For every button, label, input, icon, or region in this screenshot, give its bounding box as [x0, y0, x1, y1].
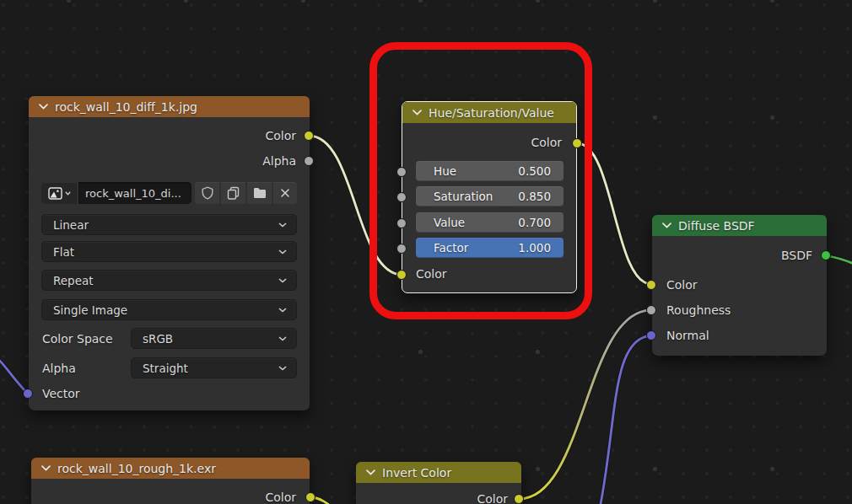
- node-header[interactable]: Hue/Saturation/Value: [402, 102, 576, 123]
- node-header[interactable]: Invert Color: [356, 462, 521, 483]
- node-header[interactable]: rock_wall_10_rough_1k.exr: [31, 458, 310, 479]
- node-diffuse-bsdf[interactable]: Diffuse BSDF BSDF Color Roughness Normal: [652, 215, 827, 356]
- chevron-down-icon: [278, 308, 287, 313]
- socket-hsv-saturation-input[interactable]: [396, 192, 407, 202]
- node-invert-color[interactable]: Invert Color Color: [356, 462, 521, 504]
- collapse-chevron-icon[interactable]: [413, 110, 422, 115]
- chevron-down-icon: [65, 191, 71, 196]
- socket-diffuse-color-input[interactable]: [646, 280, 656, 290]
- open-image-button[interactable]: [247, 182, 272, 204]
- node-title: Diffuse BSDF: [678, 219, 755, 233]
- socket-hsv-value-input[interactable]: [396, 218, 407, 228]
- collapse-chevron-icon[interactable]: [41, 465, 51, 471]
- socket-hsv-color-output[interactable]: [572, 138, 582, 148]
- chevron-down-icon: [278, 249, 287, 255]
- node-title: Hue/Saturation/Value: [429, 106, 554, 120]
- wire-invert-color-to-diffuse-roughness: [519, 310, 651, 499]
- output-label-alpha: Alpha: [42, 153, 296, 169]
- input-label-vector: Vector: [42, 385, 80, 402]
- source-dropdown[interactable]: Single Image: [41, 299, 297, 320]
- chevron-down-icon: [278, 223, 287, 228]
- alpha-mode-label: Alpha: [42, 360, 76, 377]
- chevron-down-icon: [278, 336, 287, 341]
- input-label-color: Color: [416, 265, 447, 282]
- close-icon: [280, 188, 290, 198]
- wire-normal-to-diffuse-normal: [601, 335, 651, 504]
- output-label-color: Color: [45, 489, 296, 504]
- socket-diffuse-normal-input[interactable]: [646, 330, 656, 340]
- shield-icon: [202, 186, 213, 200]
- socket-diff-alpha-output[interactable]: [304, 156, 314, 166]
- copy-icon: [227, 186, 240, 200]
- input-label-normal: Normal: [666, 327, 709, 344]
- image-datablock-row: rock_wall_10_di...: [41, 182, 297, 204]
- node-image-texture-rough[interactable]: rock_wall_10_rough_1k.exr Color: [31, 458, 310, 504]
- wire-hsv-color-to-diffuse-color: [577, 143, 651, 284]
- output-label-color: Color: [416, 134, 562, 151]
- input-label-color: Color: [666, 276, 698, 293]
- socket-invert-color-output[interactable]: [514, 494, 524, 504]
- socket-diff-vector-input[interactable]: [23, 389, 33, 399]
- output-label-bsdf: BSDF: [666, 247, 812, 264]
- projection-dropdown[interactable]: Flat: [41, 241, 297, 262]
- wire-diff-color-to-hsv-color: [309, 136, 402, 275]
- input-label-roughness: Roughness: [666, 302, 731, 319]
- wire-to-diff-vector: [0, 357, 28, 394]
- image-icon: [48, 187, 62, 200]
- socket-hsv-factor-input[interactable]: [396, 244, 407, 254]
- node-image-texture-diff[interactable]: rock_wall_10_diff_1k.jpg Color Alpha roc…: [29, 96, 310, 410]
- hue-slider[interactable]: Hue 0.500: [416, 161, 564, 181]
- socket-hsv-hue-input[interactable]: [396, 167, 407, 177]
- node-title: rock_wall_10_rough_1k.exr: [57, 462, 216, 475]
- folder-icon: [253, 187, 267, 199]
- value-slider[interactable]: Value 0.700: [416, 212, 564, 233]
- collapse-chevron-icon[interactable]: [366, 469, 375, 475]
- node-title: rock_wall_10_diff_1k.jpg: [55, 100, 197, 114]
- collapse-chevron-icon[interactable]: [39, 104, 48, 110]
- socket-diffuse-bsdf-output[interactable]: [821, 250, 831, 260]
- duplicate-datablock-button[interactable]: [221, 182, 245, 204]
- interpolation-dropdown[interactable]: Linear: [41, 214, 297, 235]
- socket-rough-color-output[interactable]: [305, 492, 315, 502]
- node-header[interactable]: rock_wall_10_diff_1k.jpg: [29, 96, 310, 117]
- node-editor-canvas[interactable]: rock_wall_10_diff_1k.jpg Color Alpha roc…: [0, 0, 852, 504]
- node-header[interactable]: Diffuse BSDF: [652, 215, 827, 236]
- extension-dropdown[interactable]: Repeat: [41, 270, 297, 291]
- image-browse-button[interactable]: [41, 182, 77, 204]
- socket-diffuse-roughness-input[interactable]: [646, 305, 656, 315]
- node-title: Invert Color: [382, 466, 451, 480]
- socket-hsv-color-input[interactable]: [396, 270, 407, 280]
- saturation-slider[interactable]: Saturation 0.850: [416, 186, 564, 206]
- color-space-dropdown[interactable]: sRGB: [131, 328, 297, 349]
- factor-slider[interactable]: Factor 1.000: [416, 238, 564, 258]
- collapse-chevron-icon[interactable]: [662, 223, 671, 228]
- alpha-mode-dropdown[interactable]: Straight: [131, 357, 297, 378]
- socket-diff-color-output[interactable]: [304, 131, 314, 141]
- chevron-down-icon: [278, 366, 287, 371]
- unlink-button[interactable]: [273, 182, 297, 204]
- fake-user-shield-button[interactable]: [195, 182, 219, 204]
- output-label-color: Color: [369, 491, 508, 504]
- output-label-color: Color: [42, 127, 296, 144]
- node-hue-saturation-value[interactable]: Hue/Saturation/Value Color Hue 0.500 Sat…: [402, 101, 577, 293]
- image-name-field[interactable]: rock_wall_10_di...: [78, 182, 191, 204]
- color-space-label: Color Space: [42, 330, 113, 347]
- chevron-down-icon: [278, 278, 287, 283]
